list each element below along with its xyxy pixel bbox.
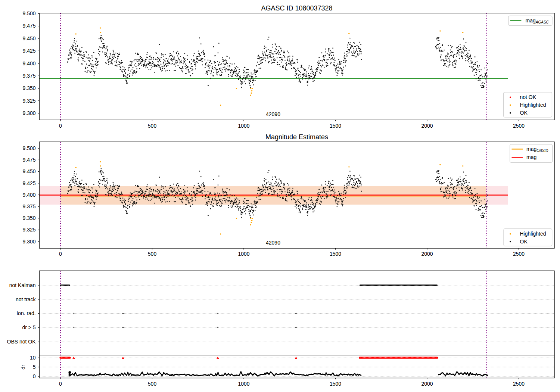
svg-text:9.500: 9.500 [23, 10, 36, 16]
svg-text:1000: 1000 [238, 251, 249, 257]
svg-text:0: 0 [59, 251, 62, 257]
svg-text:9.350: 9.350 [23, 85, 36, 91]
svg-text:9.375: 9.375 [23, 73, 36, 79]
svg-text:5: 5 [33, 364, 36, 370]
svg-text:9.400: 9.400 [23, 192, 36, 198]
svg-text:1500: 1500 [330, 381, 341, 387]
svg-text:2500: 2500 [513, 381, 525, 387]
svg-text:9.300: 9.300 [23, 239, 36, 245]
svg-text:9.450: 9.450 [23, 168, 36, 174]
svg-text:OBS not OK: OBS not OK [7, 339, 36, 345]
svg-text:9.475: 9.475 [23, 23, 36, 29]
svg-text:9.300: 9.300 [23, 110, 36, 116]
svg-text:AGASC ID 1080037328: AGASC ID 1080037328 [261, 4, 332, 12]
svg-text:500: 500 [148, 381, 157, 387]
svg-text:2000: 2000 [421, 251, 433, 257]
svg-text:0: 0 [59, 381, 62, 387]
svg-text:1000: 1000 [238, 381, 249, 387]
svg-text:42090: 42090 [266, 111, 280, 117]
svg-text:2500: 2500 [513, 123, 525, 129]
svg-text:9.450: 9.450 [23, 35, 36, 41]
svg-text:Magnitude Estimates: Magnitude Estimates [265, 133, 328, 141]
svg-text:Highlighted: Highlighted [520, 102, 546, 108]
svg-text:1000: 1000 [238, 123, 249, 129]
svg-text:dr: dr [20, 365, 26, 370]
svg-text:42090: 42090 [266, 240, 280, 246]
svg-text:500: 500 [148, 123, 157, 129]
svg-text:9.500: 9.500 [23, 145, 36, 151]
svg-text:500: 500 [148, 251, 157, 257]
svg-text:9.325: 9.325 [23, 98, 36, 104]
svg-text:Ion. rad.: Ion. rad. [16, 310, 35, 316]
svg-text:9.475: 9.475 [23, 157, 36, 163]
svg-text:2000: 2000 [421, 123, 433, 129]
svg-text:9.425: 9.425 [23, 48, 36, 54]
svg-text:OK: OK [520, 239, 528, 245]
svg-text:1500: 1500 [330, 123, 341, 129]
svg-text:Highlighted: Highlighted [520, 231, 546, 237]
svg-text:1500: 1500 [330, 251, 341, 257]
svg-text:dr > 5: dr > 5 [22, 324, 35, 330]
svg-text:9.400: 9.400 [23, 60, 36, 66]
svg-text:mag: mag [526, 154, 536, 160]
svg-text:0: 0 [33, 373, 36, 379]
svg-text:9.325: 9.325 [23, 227, 36, 233]
svg-text:10: 10 [30, 355, 36, 361]
svg-text:OK: OK [520, 110, 528, 116]
svg-text:9.350: 9.350 [23, 215, 36, 221]
svg-text:9.375: 9.375 [23, 203, 36, 209]
svg-text:not Kalman: not Kalman [9, 282, 36, 288]
svg-text:2500: 2500 [513, 251, 525, 257]
svg-text:0: 0 [59, 123, 62, 129]
svg-text:9.425: 9.425 [23, 180, 36, 186]
svg-text:not track: not track [16, 296, 36, 302]
svg-text:not OK: not OK [520, 94, 536, 100]
svg-text:2000: 2000 [421, 381, 433, 387]
